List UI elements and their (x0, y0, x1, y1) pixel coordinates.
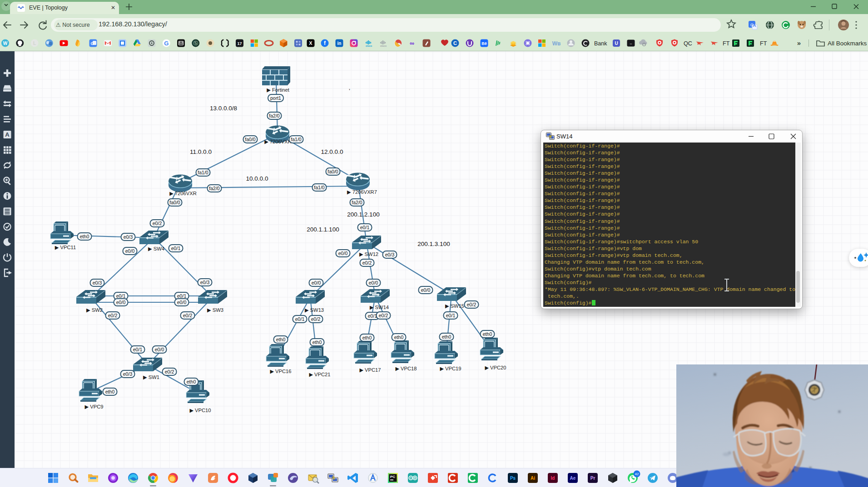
svg-text:L: L (33, 41, 36, 46)
svg-text:C: C (453, 40, 457, 46)
svg-text:FT: FT (760, 40, 767, 47)
svg-text:fa0/0: fa0/0 (169, 200, 180, 205)
svg-text:▶ SW4: ▶ SW4 (148, 246, 164, 251)
svg-text:e0/1: e0/1 (295, 316, 305, 322)
svg-text:e0/2: e0/2 (108, 313, 118, 318)
svg-text:U: U (615, 41, 618, 46)
svg-text:»: » (797, 39, 801, 47)
svg-text:X: X (309, 40, 312, 46)
svg-text:eth0: eth0 (442, 334, 451, 339)
svg-text:QC: QC (684, 40, 692, 47)
svg-text:▶ Fortinet: ▶ Fortinet (267, 87, 290, 93)
svg-text:e0/3: e0/3 (123, 371, 133, 377)
svg-text:Ps: Ps (510, 476, 516, 481)
svg-text:Bank: Bank (594, 40, 607, 47)
svg-text:▶ VPC19: ▶ VPC19 (440, 366, 461, 371)
svg-text:13.0.0.0/8: 13.0.0.0/8 (210, 105, 237, 112)
svg-text:200.1.2.100: 200.1.2.100 (347, 211, 379, 218)
svg-text:▶ SW3: ▶ SW3 (207, 307, 223, 313)
svg-text:fa1/0: fa1/0 (291, 137, 302, 142)
svg-text:e0/1: e0/1 (446, 313, 456, 318)
svg-text:e0/3: e0/3 (200, 280, 210, 285)
svg-text:eth0: eth0 (276, 337, 286, 342)
svg-text:e0/3: e0/3 (93, 280, 102, 285)
svg-text:eth0: eth0 (362, 335, 372, 340)
svg-text:e0/1: e0/1 (177, 293, 187, 299)
svg-text:e0/1: e0/1 (133, 347, 143, 352)
svg-text:port1: port1 (270, 95, 281, 101)
svg-text:Ⓢ: Ⓢ (193, 40, 198, 46)
svg-text:e0/2: e0/2 (183, 313, 193, 318)
svg-text:’: ’ (349, 88, 350, 94)
svg-text:eth0: eth0 (394, 335, 404, 340)
svg-text:▶ VPC9: ▶ VPC9 (85, 404, 104, 409)
svg-text:e0/1: e0/1 (171, 246, 181, 251)
svg-text:e0/2: e0/2 (362, 260, 372, 266)
svg-text:e0/2: e0/2 (467, 302, 476, 307)
svg-text:▶ 7206VXR: ▶ 7206VXR (264, 139, 292, 144)
svg-text:e0/3: e0/3 (124, 234, 133, 240)
svg-text:e0/0: e0/0 (177, 300, 187, 305)
svg-text:PC: PC (390, 475, 395, 479)
svg-text:eth0: eth0 (312, 339, 322, 345)
svg-text:200.1.1.100: 200.1.1.100 (307, 226, 339, 233)
svg-text:▶ SW13: ▶ SW13 (305, 307, 324, 313)
svg-text:e0/2: e0/2 (311, 316, 321, 322)
svg-text:in: in (337, 41, 342, 46)
svg-text:fa1/0: fa1/0 (198, 170, 208, 175)
svg-text:200.1.3.100: 200.1.3.100 (417, 241, 450, 247)
svg-text:e0/0: e0/0 (116, 300, 126, 305)
svg-text:∞: ∞ (410, 39, 414, 47)
svg-text:▶ SW14: ▶ SW14 (370, 305, 389, 310)
svg-text:fa0/0: fa0/0 (327, 169, 338, 174)
svg-text:G: G (164, 40, 169, 47)
svg-text:eth0: eth0 (187, 379, 196, 384)
svg-text:10.0.0.0: 10.0.0.0 (246, 175, 268, 182)
svg-text:▶ SW2: ▶ SW2 (86, 307, 103, 313)
svg-text:▶ SW12: ▶ SW12 (359, 251, 378, 257)
svg-text:e0/0: e0/0 (369, 280, 378, 285)
svg-text:11.0.0.0: 11.0.0.0 (190, 148, 212, 155)
svg-text:▪▪: ▪▪ (630, 42, 632, 45)
svg-text:▶ VPC20: ▶ VPC20 (485, 365, 506, 370)
svg-text:e0/2: e0/2 (153, 221, 162, 226)
svg-text:17: 17 (237, 41, 242, 46)
svg-text:e0/0: e0/0 (312, 280, 321, 285)
svg-text:e0/0: e0/0 (125, 248, 135, 254)
svg-text:fa2/0: fa2/0 (269, 113, 280, 118)
svg-text:e0/1: e0/1 (368, 313, 377, 319)
svg-text:All Bookmarks: All Bookmarks (828, 40, 867, 47)
svg-text:eth0: eth0 (483, 331, 492, 337)
svg-text:G: G (90, 41, 94, 46)
svg-text:e0/0: e0/0 (338, 251, 348, 256)
svg-text:▶ VPC16: ▶ VPC16 (270, 369, 291, 374)
svg-text:cisco: cisco (366, 44, 372, 47)
svg-text:fa0/0: fa0/0 (245, 137, 256, 142)
svg-text:Pr: Pr (590, 476, 595, 481)
svg-text:fa1/0: fa1/0 (314, 185, 325, 190)
svg-text:e0/0: e0/0 (155, 347, 164, 352)
svg-text:▶ VPC21: ▶ VPC21 (309, 372, 330, 377)
svg-text:fa2/0: fa2/0 (352, 200, 362, 205)
svg-text:e0/1: e0/1 (116, 293, 126, 299)
svg-text:Ai: Ai (531, 476, 535, 481)
svg-text:Wʙ: Wʙ (552, 40, 561, 47)
svg-text:▶ 7206VXR: ▶ 7206VXR (169, 191, 197, 196)
svg-text:e0/2: e0/2 (379, 313, 388, 318)
svg-text:e0/3: e0/3 (385, 252, 395, 257)
svg-text:e0/0: e0/0 (421, 287, 431, 293)
svg-text:Ae: Ae (570, 476, 576, 481)
svg-text:▶ VPC11: ▶ VPC11 (55, 245, 76, 250)
svg-text:▶ 7206VXR7: ▶ 7206VXR7 (347, 189, 377, 195)
svg-text:▶ VPC18: ▶ VPC18 (395, 366, 417, 371)
svg-text:e0/2: e0/2 (165, 369, 174, 374)
svg-text:12.0.0.0: 12.0.0.0 (321, 148, 343, 155)
svg-text:▶ SW1: ▶ SW1 (143, 374, 159, 380)
svg-text:FT: FT (723, 40, 730, 47)
svg-text:Bē: Bē (481, 41, 487, 46)
svg-text:cisco: cisco (380, 44, 387, 47)
svg-text:▶ VPC10: ▶ VPC10 (189, 408, 211, 413)
svg-text:▶ SW15: ▶ SW15 (445, 303, 464, 309)
svg-text:e0/1: e0/1 (360, 225, 370, 230)
svg-text:eth0: eth0 (105, 389, 115, 394)
